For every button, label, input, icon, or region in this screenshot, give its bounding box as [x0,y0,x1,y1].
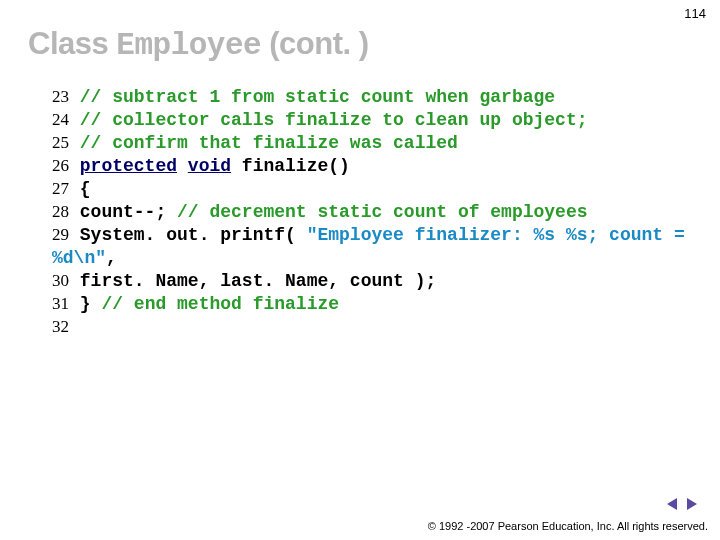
code-text: { [80,179,91,199]
code-comment: // end method finalize [101,294,339,314]
title-classname: Employee [116,28,261,63]
title-prefix: Class [28,26,116,61]
line-number: 30 [52,271,69,290]
code-comment: // confirm that finalize was called [80,133,458,153]
code-text: finalize() [231,156,350,176]
code-block: 23 // subtract 1 from static count when … [52,86,692,339]
code-text: } [80,294,102,314]
prev-icon[interactable] [664,494,684,511]
svg-marker-0 [667,498,677,510]
line-number: 29 [52,225,69,244]
title-suffix: (cont. ) [261,26,368,61]
line-number: 27 [52,179,69,198]
svg-marker-1 [687,498,697,510]
code-comment: // subtract 1 from static count when gar… [80,87,555,107]
code-comment: // collector calls finalize to clean up … [80,110,588,130]
code-text: System. out. printf( [80,225,307,245]
page-title: Class Employee (cont. ) [28,26,369,63]
line-number: 23 [52,87,69,106]
code-text: count--; [80,202,177,222]
line-number: 24 [52,110,69,129]
line-number: 26 [52,156,69,175]
nav-controls [664,494,700,512]
copyright-text: © 1992 -2007 Pearson Education, Inc. All… [428,520,708,532]
code-keyword: protected [80,156,177,176]
line-number: 28 [52,202,69,221]
line-number: 32 [52,317,69,336]
line-number: 25 [52,133,69,152]
next-icon[interactable] [684,494,700,511]
code-keyword: void [188,156,231,176]
code-text: , [106,248,117,268]
code-comment: // decrement static count of employees [177,202,587,222]
code-text: first. Name, last. Name, count ); [80,271,436,291]
page-number: 114 [684,6,706,21]
line-number: 31 [52,294,69,313]
